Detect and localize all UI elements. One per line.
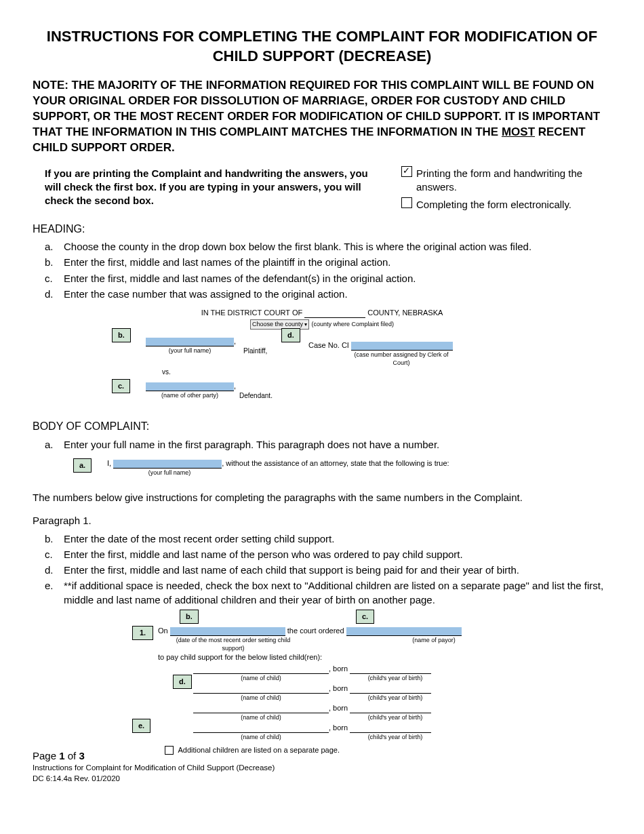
county-dropdown[interactable]: Choose the county: [250, 319, 309, 330]
heading-item-a-text: Choose the county in the drop down box b…: [64, 241, 531, 252]
defendant-name-blank[interactable]: [146, 382, 234, 391]
intro-name-caption: (your full name): [115, 469, 224, 477]
county-caption: (county where Complaint filed): [311, 321, 394, 327]
footer-line3: DC 6:14.4a Rev. 01/2020: [33, 774, 611, 785]
court-caption-example: b. c. d. IN THE DISTRICT COURT OF COUNTY…: [146, 308, 498, 410]
intro-i: I,: [107, 459, 113, 467]
heading-item-a: a.Choose the county in the drop down box…: [64, 240, 611, 254]
county-blank[interactable]: [304, 310, 365, 318]
plaintiff-name-caption: (your full name): [146, 346, 234, 356]
para1-form-example: 1. b. c. d. e. On the court ordered (dat…: [146, 614, 498, 736]
checkbox-printing-label: Printing the form and handwriting the an…: [416, 167, 611, 195]
child3-name-caption: (name of child): [193, 713, 329, 721]
callout-b2: b.: [180, 610, 199, 624]
child1-name-caption: (name of child): [193, 674, 329, 682]
callout-c2: c.: [356, 610, 374, 624]
child1-year-blank[interactable]: [350, 666, 431, 674]
p1-born-1: , born: [329, 664, 350, 673]
para1-item-d-text: Enter the first, middle and last name of…: [64, 564, 519, 576]
p1-payor-blank[interactable]: [346, 627, 462, 636]
child-row-1: , born (name of child)(child's year of b…: [193, 664, 498, 682]
child-row-2: , born (name of child)(child's year of b…: [193, 683, 498, 702]
case-no-blank[interactable]: [351, 342, 453, 351]
case-no-label: Case No. CI: [308, 341, 349, 349]
child1-name-blank[interactable]: [193, 666, 329, 674]
paragraph-1-label: Paragraph 1.: [33, 514, 611, 528]
callout-1: 1.: [132, 626, 153, 640]
heading-item-c-text: Enter the first, middle and last names o…: [64, 273, 416, 284]
child4-name-blank[interactable]: [193, 725, 329, 733]
printing-instruction: If you are printing the Complaint and ha…: [33, 167, 385, 208]
note-block: NOTE: THE MAJORITY OF THE INFORMATION RE…: [33, 78, 611, 156]
heading-item-d-text: Enter the case number that was assigned …: [64, 288, 348, 300]
callout-c: c.: [112, 379, 130, 393]
plaintiff-label: Plaintiff,: [243, 346, 267, 356]
checkbox-row-1: Printing the form and handwriting the an…: [401, 167, 611, 195]
p1-born-4: , born: [329, 723, 350, 732]
para1-item-e: e.**if additional space is needed, check…: [64, 579, 611, 607]
heading-item-d: d.Enter the case number that was assigne…: [64, 287, 611, 301]
child3-name-blank[interactable]: [193, 705, 329, 713]
para1-item-e-text: **if additional space is needed, check t…: [64, 580, 603, 605]
callout-d2: d.: [173, 675, 192, 689]
child2-name-blank[interactable]: [193, 686, 329, 694]
defendant-name-caption: (name of other party): [146, 391, 234, 401]
child-row-4: , born (name of child)(child's year of b…: [193, 723, 498, 741]
court-header-suffix: COUNTY, NEBRASKA: [365, 309, 443, 317]
child4-year-blank[interactable]: [350, 725, 431, 733]
child3-year-blank[interactable]: [350, 705, 431, 713]
checkbox-electronic[interactable]: [401, 197, 412, 208]
defendant-label: Defendant.: [239, 391, 273, 401]
body-item-a: a.Enter your full name in the first para…: [64, 438, 611, 452]
heading-item-b: b.Enter the first, middle and last names…: [64, 256, 611, 269]
child2-year-caption: (child's year of birth): [355, 694, 436, 702]
callout-e2: e.: [132, 719, 150, 733]
numbers-below: The numbers below give instructions for …: [33, 491, 611, 504]
p1-date-blank[interactable]: [170, 627, 285, 636]
additional-children-checkbox[interactable]: [165, 746, 174, 755]
intro-name-blank[interactable]: [113, 460, 222, 469]
p1-pay-line: to pay child support for the below liste…: [158, 652, 498, 662]
child-row-3: , born (name of child)(child's year of b…: [193, 703, 498, 721]
heading-label: HEADING:: [33, 222, 611, 237]
p1-born-2: , born: [329, 684, 350, 692]
p1-court-ordered: the court ordered: [285, 627, 346, 635]
p1-born-3: , born: [329, 704, 350, 712]
para1-item-b-text: Enter the date of the most recent order …: [64, 533, 334, 544]
para1-item-d: d.Enter the first, middle and last name …: [64, 563, 611, 577]
page-title: INSTRUCTIONS FOR COMPLETING THE COMPLAIN…: [33, 27, 611, 66]
case-no-caption: (case number assigned by Clerk of Court): [350, 351, 452, 367]
page-total: 3: [79, 750, 84, 761]
body-list-a: a.Enter your full name in the first para…: [33, 438, 611, 452]
checkbox-electronic-label: Completing the form electronically.: [416, 198, 611, 212]
body-item-a-text: Enter your full name in the first paragr…: [64, 439, 439, 450]
para1-list: b.Enter the date of the most recent orde…: [33, 532, 611, 607]
page-num: 1: [59, 750, 64, 761]
intro-paragraph-example: a. I, , without the assistance of an att…: [107, 458, 487, 481]
checkbox-row-2: Completing the form electronically.: [401, 198, 611, 212]
child2-name-caption: (name of child): [193, 694, 329, 702]
child3-year-caption: (child's year of birth): [355, 713, 436, 721]
page-of: of: [65, 750, 79, 761]
heading-item-c: c.Enter the first, middle and last names…: [64, 272, 611, 285]
additional-children-label: Additional children are listed on a sepa…: [178, 746, 340, 754]
p1-on: On: [158, 627, 170, 635]
callout-a: a.: [73, 458, 92, 473]
body-label: BODY OF COMPLAINT:: [33, 419, 611, 434]
para1-item-c-text: Enter the first, middle and last name of…: [64, 549, 463, 560]
child1-year-caption: (child's year of birth): [355, 674, 436, 682]
child2-year-blank[interactable]: [350, 686, 431, 694]
note-underline: MOST: [502, 125, 535, 138]
additional-children-row: Additional children are listed on a sepa…: [165, 745, 498, 755]
p1-date-caption: (date of the most recent order setting c…: [169, 636, 298, 652]
heading-list: a.Choose the county in the drop down box…: [33, 240, 611, 301]
checkbox-printing[interactable]: [401, 166, 412, 177]
page-prefix: Page: [33, 750, 59, 761]
para1-item-b: b.Enter the date of the most recent orde…: [64, 532, 611, 546]
callout-b: b.: [112, 328, 131, 342]
court-header-prefix: IN THE DISTRICT COURT OF: [201, 309, 305, 317]
p1-payor-caption: (name of payor): [376, 636, 491, 652]
vs-label: vs.: [162, 368, 275, 377]
heading-item-b-text: Enter the first, middle and last names o…: [64, 256, 391, 268]
plaintiff-name-blank[interactable]: [146, 338, 234, 346]
